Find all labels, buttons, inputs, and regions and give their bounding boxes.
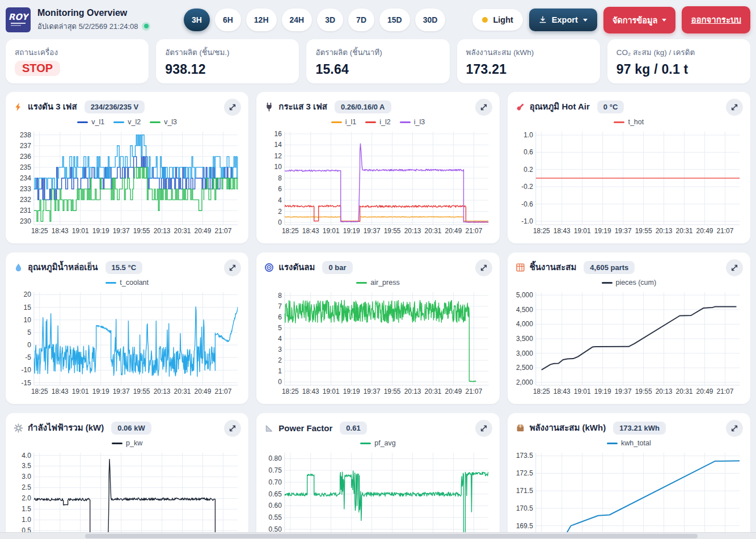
svg-text:231: 231 bbox=[20, 207, 31, 214]
chart-card-header: แรงดันลม0 bar bbox=[264, 258, 491, 276]
chart-title: แรงดัน 3 เฟส bbox=[28, 100, 77, 113]
chart-title: กำลังไฟฟ้ารวม (kW) bbox=[28, 421, 104, 435]
plug-icon bbox=[264, 102, 274, 112]
horizontal-scrollbar[interactable] bbox=[0, 532, 756, 539]
svg-text:8: 8 bbox=[278, 292, 282, 300]
svg-text:18:43: 18:43 bbox=[302, 388, 319, 395]
expand-chart-button[interactable] bbox=[475, 99, 492, 116]
svg-text:0: 0 bbox=[27, 341, 31, 349]
chart-card-hot-air-temp: อุณหภูมิ Hot Air0 °Ct_hot18:2518:4319:01… bbox=[508, 92, 750, 243]
range-7d[interactable]: 7D bbox=[348, 9, 374, 31]
expand-chart-button[interactable] bbox=[726, 259, 743, 276]
svg-text:0: 0 bbox=[278, 378, 282, 386]
svg-text:10: 10 bbox=[24, 316, 32, 324]
svg-text:1.5: 1.5 bbox=[22, 505, 31, 513]
live-status-dot bbox=[142, 22, 150, 31]
chart-title: พลังงานสะสม (kWh) bbox=[530, 421, 606, 435]
svg-text:18:25: 18:25 bbox=[31, 388, 48, 395]
expand-chart-button[interactable] bbox=[475, 420, 492, 437]
chart-value-badge: 15.5 °C bbox=[105, 261, 143, 274]
svg-text:21:07: 21:07 bbox=[466, 388, 483, 395]
svg-text:19:01: 19:01 bbox=[573, 227, 590, 235]
svg-text:19:55: 19:55 bbox=[635, 227, 652, 235]
legend-label: i_l2 bbox=[379, 118, 390, 126]
legend-item-i-l3[interactable]: i_l3 bbox=[400, 118, 425, 126]
theme-toggle[interactable]: Light bbox=[472, 9, 522, 31]
svg-text:20:49: 20:49 bbox=[195, 388, 212, 395]
legend-item-t-hot[interactable]: t_hot bbox=[614, 118, 644, 126]
package-icon bbox=[516, 423, 525, 433]
legend-item-i-l1[interactable]: i_l1 bbox=[331, 118, 356, 126]
svg-text:21:07: 21:07 bbox=[716, 227, 733, 235]
chevron-down-icon bbox=[583, 19, 588, 22]
legend-item-v-l2[interactable]: v_l2 bbox=[113, 118, 141, 126]
range-15d[interactable]: 15D bbox=[379, 9, 410, 31]
svg-text:19:19: 19:19 bbox=[92, 227, 109, 235]
legend-item-v-l3[interactable]: v_l3 bbox=[150, 118, 177, 126]
gear-icon bbox=[14, 423, 23, 433]
scrollbar-thumb[interactable] bbox=[85, 534, 698, 538]
legend-swatch bbox=[112, 443, 123, 444]
svg-text:234: 234 bbox=[20, 174, 31, 182]
brand-text: Monitoring Overview อัปเดตล่าสุด 5/2/256… bbox=[37, 8, 150, 32]
chart-legend: i_l1i_l2i_l3 bbox=[264, 116, 491, 128]
chart-legend: air_press bbox=[264, 276, 491, 289]
legend-swatch bbox=[360, 443, 371, 444]
svg-text:4.0: 4.0 bbox=[22, 452, 31, 460]
dashboard-page: ROY Monitoring Overview อัปเดตล่าสุด 5/2… bbox=[0, 0, 756, 539]
svg-text:19:01: 19:01 bbox=[323, 227, 340, 235]
chart-card-energy-kwh: พลังงานสะสม (kWh)173.21 kWhkwh_total18:2… bbox=[508, 413, 750, 539]
legend-swatch bbox=[105, 282, 116, 284]
export-button[interactable]: Export bbox=[529, 9, 597, 31]
legend-item-i-l2[interactable]: i_l2 bbox=[365, 118, 390, 126]
range-30d[interactable]: 30D bbox=[415, 9, 446, 31]
svg-text:20:13: 20:13 bbox=[154, 227, 171, 235]
legend-item-p-kw[interactable]: p_kw bbox=[112, 439, 142, 447]
range-3d[interactable]: 3D bbox=[317, 9, 343, 31]
svg-text:19:01: 19:01 bbox=[323, 388, 340, 395]
svg-text:19:37: 19:37 bbox=[364, 388, 381, 395]
legend-item-v-l1[interactable]: v_l1 bbox=[77, 118, 104, 126]
svg-text:2: 2 bbox=[278, 208, 282, 216]
svg-text:21:07: 21:07 bbox=[466, 227, 483, 235]
legend-item-air-press[interactable]: air_press bbox=[356, 279, 399, 287]
logout-button[interactable]: ออกจากระบบ bbox=[682, 6, 750, 33]
svg-text:2: 2 bbox=[278, 356, 282, 364]
legend-label: i_l1 bbox=[345, 118, 356, 126]
range-6h[interactable]: 6H bbox=[215, 9, 241, 31]
svg-text:4: 4 bbox=[278, 335, 282, 343]
chart-plot: 18:2518:4319:0119:1919:3719:5520:1320:31… bbox=[264, 289, 491, 397]
chart-card-power-factor: Power Factor0.61pf_avg18:2518:4319:0119:… bbox=[256, 413, 499, 539]
range-24h[interactable]: 24H bbox=[282, 9, 312, 31]
svg-text:20:49: 20:49 bbox=[445, 227, 462, 235]
svg-text:12: 12 bbox=[274, 152, 282, 160]
svg-text:2,500: 2,500 bbox=[516, 364, 533, 372]
app-header: ROY Monitoring Overview อัปเดตล่าสุด 5/2… bbox=[0, 0, 756, 39]
ruler-icon bbox=[264, 423, 274, 433]
manage-data-button[interactable]: จัดการข้อมูล bbox=[603, 7, 676, 33]
legend-item-kwh-total[interactable]: kwh_total bbox=[607, 439, 651, 447]
svg-text:20:49: 20:49 bbox=[696, 227, 713, 235]
legend-item-t-coolant[interactable]: t_coolant bbox=[105, 279, 149, 287]
legend-item-pf-avg[interactable]: pf_avg bbox=[360, 439, 396, 447]
expand-chart-button[interactable] bbox=[726, 420, 743, 437]
svg-text:4: 4 bbox=[278, 196, 282, 204]
svg-text:19:01: 19:01 bbox=[573, 388, 590, 395]
legend-item-pieces-cum-[interactable]: pieces (cum) bbox=[602, 279, 657, 287]
chart-card-voltage-3phase: แรงดัน 3 เฟส234/236/235 Vv_l1v_l2v_l318:… bbox=[6, 92, 248, 243]
expand-chart-button[interactable] bbox=[475, 259, 492, 276]
svg-text:171.5: 171.5 bbox=[516, 487, 533, 495]
svg-text:236: 236 bbox=[20, 153, 31, 161]
droplet-icon bbox=[14, 263, 23, 272]
range-3h[interactable]: 3H bbox=[184, 9, 210, 31]
expand-chart-button[interactable] bbox=[726, 99, 743, 116]
svg-text:0.55: 0.55 bbox=[269, 513, 282, 521]
chart-plot: 18:2518:4319:0119:1919:3719:5520:1320:31… bbox=[264, 128, 491, 236]
svg-text:20:49: 20:49 bbox=[696, 388, 713, 395]
range-12h[interactable]: 12H bbox=[246, 9, 277, 31]
legend-swatch bbox=[607, 443, 618, 444]
chart-card-air-pressure: แรงดันลม0 barair_press18:2518:4319:0119:… bbox=[256, 252, 499, 404]
chart-card-header: พลังงานสะสม (kWh)173.21 kWh bbox=[516, 419, 742, 437]
stat-rate-per-hour: อัตราผลิต (ชิ้น/ชม.) 938.12 bbox=[156, 39, 299, 83]
svg-text:3,000: 3,000 bbox=[516, 349, 533, 357]
